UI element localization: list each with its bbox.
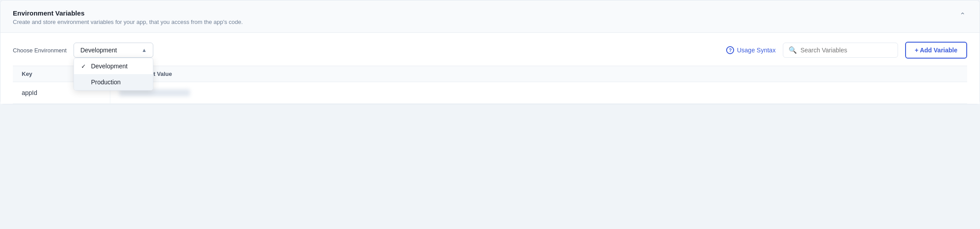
choose-env-label: Choose Environment [13, 47, 66, 54]
table-header: Key Development Value [13, 66, 967, 82]
environment-variables-panel: Environment Variables Create and store e… [0, 0, 980, 104]
column-header-value: Development Value [110, 66, 967, 82]
env-option-development[interactable]: ✓ Development [74, 58, 153, 74]
row-value-appid [110, 82, 967, 103]
toolbar: Choose Environment Development ▲ ✓ Devel… [13, 42, 967, 59]
search-wrapper: 🔍 [783, 43, 898, 58]
panel-subtitle: Create and store environment variables f… [13, 19, 243, 25]
search-icon: 🔍 [789, 46, 797, 54]
check-placeholder [81, 79, 87, 86]
chevron-up-icon: ▲ [142, 47, 147, 53]
env-option-production-label: Production [91, 79, 121, 86]
collapse-button[interactable]: ⌃ [958, 9, 967, 21]
env-select-wrapper: Development ▲ ✓ Development Production [74, 43, 153, 58]
table-row: appId [13, 82, 967, 104]
check-icon: ✓ [81, 63, 87, 70]
env-dropdown: ✓ Development Production [74, 58, 153, 91]
question-icon: ? [726, 46, 734, 54]
usage-syntax-label: Usage Syntax [737, 47, 775, 54]
chevron-up-icon: ⌃ [960, 11, 965, 20]
add-variable-button[interactable]: + Add Variable [905, 42, 967, 59]
variables-table: Key Development Value appId [13, 66, 967, 104]
panel-header: Environment Variables Create and store e… [0, 0, 980, 33]
panel-header-text: Environment Variables Create and store e… [13, 9, 243, 25]
env-option-development-label: Development [91, 63, 128, 70]
selected-env-label: Development [80, 47, 117, 54]
env-select-button[interactable]: Development ▲ [74, 43, 153, 58]
panel-title: Environment Variables [13, 9, 243, 17]
panel-body: Choose Environment Development ▲ ✓ Devel… [0, 33, 980, 104]
add-variable-label: + Add Variable [915, 47, 957, 54]
usage-syntax-button[interactable]: ? Usage Syntax [726, 46, 775, 54]
env-option-production[interactable]: Production [74, 74, 153, 90]
search-input[interactable] [801, 47, 880, 54]
